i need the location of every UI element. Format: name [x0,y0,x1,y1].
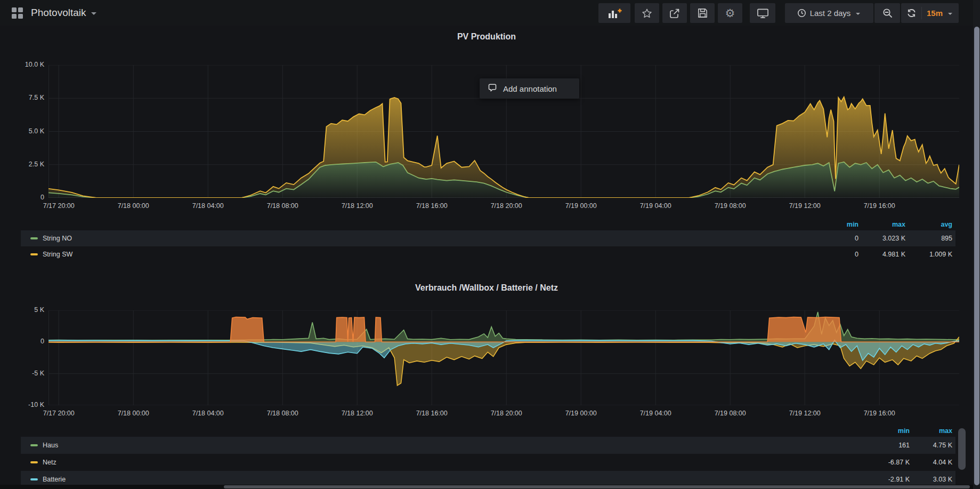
cycle-view-button[interactable] [750,3,775,23]
share-icon [669,7,681,19]
time-range-label: Last 2 days [810,9,851,18]
add-annotation-label: Add annotation [503,84,557,93]
legend-row-string-no[interactable]: String NO03.023 K895 [21,230,955,246]
legend-header-row: minmax [21,425,955,437]
series-label: Netz [43,459,56,466]
x-axis-tick-label: 7/19 00:00 [552,410,610,417]
x-axis-tick-label: 7/19 12:00 [775,202,834,210]
x-axis-tick-label: 7/19 12:00 [775,410,834,417]
caret-down-icon [856,13,860,15]
caret-down-icon [91,12,96,15]
series-label: Haus [43,442,58,449]
clock-icon [797,9,806,18]
panel2-title[interactable]: Verbrauch /Wallbox / Batterie / Netz [0,283,973,293]
x-axis-tick-label: 7/17 20:00 [29,410,88,417]
legend-value-min: 0 [815,251,862,258]
legend-row-haus[interactable]: Haus1614.75 K [21,437,955,454]
x-axis-tick-label: 7/19 04:00 [626,410,685,417]
legend-value-max: 4.981 K [862,251,909,258]
legend-column-max[interactable]: max [913,427,955,435]
y-axis-tick-label: 2.5 K [2,161,44,168]
time-range-picker[interactable]: Last 2 days [785,3,873,23]
legend-column-max[interactable]: max [862,221,909,228]
dashboard-title-dropdown[interactable]: Photovoltaik [12,0,96,26]
x-axis-tick-label: 7/19 00:00 [552,202,610,210]
x-axis-tick-label: 7/18 20:00 [477,410,536,417]
y-axis-tick-label: 5.0 K [2,127,44,135]
panel2-legend: minmaxHaus1614.75 KNetz-6.87 K4.04 KBatt… [21,425,955,488]
divider [921,7,922,19]
legend-value-max: 3.03 K [913,476,955,483]
legend-column-min[interactable]: min [815,221,862,228]
legend-value-min: 161 [870,442,913,449]
x-axis-tick-label: 7/18 08:00 [253,410,312,417]
x-axis-tick-label: 7/18 16:00 [402,410,461,417]
legend-header-row: minmaxavg [21,219,955,230]
legend-value-min: 0 [815,235,862,242]
dashboard-grid-icon [12,7,23,19]
series-color-swatch [30,237,38,239]
y-axis-tick-label: 0 [2,194,44,201]
panel1-legend: minmaxavgString NO03.023 K895String SW04… [21,219,955,262]
series-color-swatch [30,444,38,446]
add-annotation-menu-item[interactable]: Add annotation [480,78,579,99]
comment-bubble-icon [488,83,497,94]
star-button[interactable] [635,3,659,23]
x-axis-tick-label: 7/18 04:00 [179,410,237,417]
caret-down-icon [948,13,952,15]
legend-value-avg: 895 [909,235,955,242]
horizontal-scrollbar-thumb[interactable] [224,485,970,488]
horizontal-scrollbar[interactable] [0,485,973,489]
legend-column-avg[interactable]: avg [909,221,955,228]
series-label: String NO [43,235,72,242]
x-axis-tick-label: 7/17 20:00 [29,202,88,210]
x-axis-tick-label: 7/18 16:00 [402,202,461,210]
refresh-icon [906,8,917,18]
share-button[interactable] [662,3,687,23]
add-panel-button[interactable] [598,3,630,23]
y-axis-tick-label: -10 K [2,401,44,408]
vertical-scrollbar-thumb[interactable] [974,27,979,485]
x-axis-tick-label: 7/18 00:00 [104,202,163,210]
zoom-out-icon [882,7,893,19]
legend-scrollbar[interactable] [958,428,966,470]
verbrauch-chart[interactable] [48,310,959,405]
legend-column-min[interactable]: min [870,427,913,435]
legend-value-max: 4.04 K [913,459,955,466]
x-axis-tick-label: 7/19 16:00 [850,202,909,210]
y-axis-tick-label: 10.0 K [2,61,44,68]
series-label: Batterie [43,476,66,483]
series-color-swatch [30,478,38,480]
series-color-swatch [30,253,38,255]
legend-row-netz[interactable]: Netz-6.87 K4.04 K [21,454,955,471]
x-axis-tick-label: 7/19 16:00 [850,410,909,417]
y-axis-tick-label: 5 K [2,306,44,314]
settings-button[interactable]: ⚙ [718,3,742,23]
series-color-swatch [30,461,38,463]
legend-value-min: -6.87 K [870,459,913,466]
save-button[interactable] [690,3,715,23]
top-navbar: Photovoltaik [0,0,980,26]
vertical-scrollbar[interactable] [973,0,980,489]
zoom-out-button[interactable] [874,3,900,23]
legend-value-max: 4.75 K [913,442,955,449]
save-icon [697,7,708,19]
series-label: String SW [43,251,72,258]
dashboard-title: Photovoltaik [31,7,86,19]
x-axis-tick-label: 7/18 08:00 [253,202,312,210]
refresh-interval-label: 15m [927,9,943,18]
x-axis-tick-label: 7/18 04:00 [179,202,237,210]
x-axis-tick-label: 7/18 12:00 [328,202,386,210]
x-axis-tick-label: 7/18 20:00 [477,202,536,210]
legend-value-max: 3.023 K [862,235,909,242]
x-axis-tick-label: 7/18 00:00 [104,410,163,417]
y-axis-tick-label: 7.5 K [2,94,44,101]
x-axis-tick-label: 7/19 04:00 [626,202,685,210]
x-axis-tick-label: 7/19 08:00 [701,410,759,417]
gear-icon: ⚙ [725,7,735,19]
legend-value-avg: 1.009 K [909,251,955,258]
panel1-title[interactable]: PV Produktion [0,32,973,42]
legend-row-string-sw[interactable]: String SW04.981 K1.009 K [21,246,955,262]
y-axis-tick-label: 0 [2,338,44,345]
refresh-picker[interactable]: 15m [901,3,959,23]
